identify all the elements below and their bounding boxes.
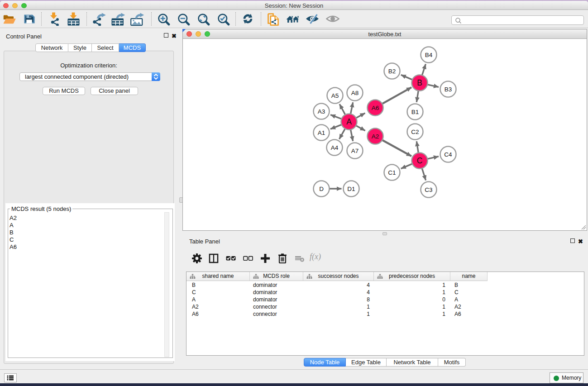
svg-text:A5: A5	[331, 92, 339, 99]
svg-text:A: A	[346, 117, 352, 126]
svg-text:B: B	[417, 78, 422, 87]
svg-text:A4: A4	[331, 144, 339, 151]
svg-text:B2: B2	[388, 68, 396, 75]
svg-text:B1: B1	[411, 109, 419, 115]
svg-text:B4: B4	[425, 52, 433, 58]
svg-text:C4: C4	[444, 151, 452, 158]
svg-text:C: C	[417, 156, 423, 165]
svg-text:C2: C2	[411, 129, 419, 135]
svg-text:A8: A8	[351, 90, 359, 96]
svg-text:A3: A3	[318, 108, 325, 115]
svg-text:A2: A2	[372, 133, 379, 140]
svg-text:A6: A6	[372, 105, 379, 111]
svg-text:A7: A7	[351, 148, 359, 154]
svg-text:D: D	[319, 186, 324, 192]
svg-text:D1: D1	[347, 186, 355, 192]
svg-text:B3: B3	[445, 86, 452, 93]
svg-text:C1: C1	[388, 169, 396, 176]
svg-text:C3: C3	[425, 186, 432, 193]
svg-text:A1: A1	[318, 129, 325, 136]
